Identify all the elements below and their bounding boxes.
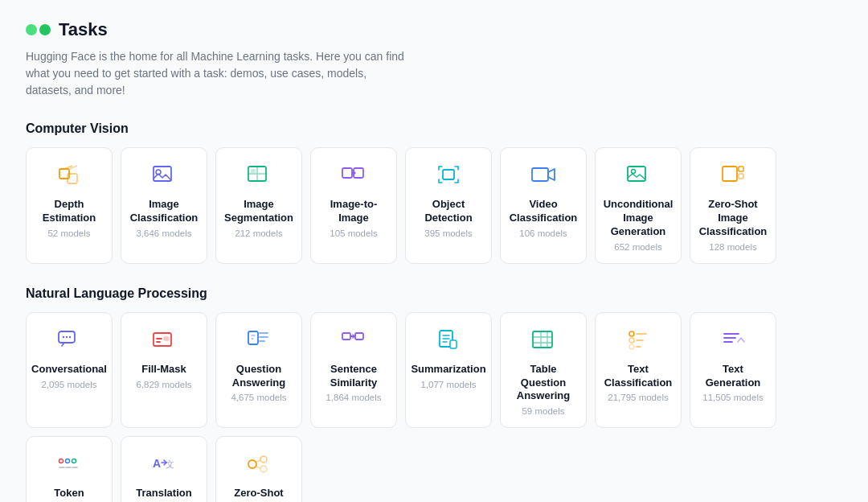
cards-grid-nlp: Conversational2,095 models Fill-Mask6,82… — [26, 312, 842, 502]
svg-rect-11 — [532, 168, 548, 181]
text-generation-count: 11,505 models — [702, 393, 763, 402]
svg-point-32 — [59, 459, 63, 463]
depth-estimation-icon — [55, 161, 84, 190]
page-title: Tasks — [59, 19, 108, 40]
svg-point-37 — [248, 460, 256, 468]
svg-rect-10 — [443, 170, 454, 179]
table-qa-count: 59 models — [522, 406, 564, 416]
image-to-image-icon — [339, 161, 368, 190]
sections-container: Computer Vision Depth Estimation52 model… — [26, 121, 842, 502]
token-classification-icon — [55, 450, 84, 479]
card-fill-mask[interactable]: Fill-Mask6,829 models — [121, 312, 207, 429]
card-image-classification[interactable]: Image Classification3,646 models — [121, 147, 207, 264]
fill-mask-count: 6,829 models — [136, 380, 191, 389]
depth-estimation-label: Depth Estimation — [35, 198, 104, 225]
card-image-segmentation[interactable]: Image Segmentation212 models — [215, 147, 302, 264]
section-computer-vision: Computer Vision Depth Estimation52 model… — [26, 121, 842, 264]
svg-rect-7 — [251, 169, 256, 173]
card-unconditional-image-gen[interactable]: Unconditional Image Generation652 models — [595, 147, 682, 264]
card-depth-estimation[interactable]: Depth Estimation52 models — [26, 147, 113, 264]
video-classification-count: 106 models — [519, 228, 567, 238]
image-segmentation-label: Image Segmentation — [224, 198, 293, 225]
cards-grid-computer-vision: Depth Estimation52 models Image Classifi… — [26, 147, 842, 264]
card-text-generation[interactable]: Text Generation11,505 models — [690, 312, 776, 429]
svg-point-34 — [72, 459, 76, 463]
object-detection-icon — [434, 161, 463, 190]
svg-point-18 — [63, 335, 64, 337]
card-table-qa[interactable]: Table Question Answering59 models — [500, 312, 587, 429]
svg-point-38 — [260, 456, 267, 463]
conversational-label: Conversational — [31, 363, 107, 376]
image-classification-label: Image Classification — [129, 198, 199, 225]
svg-point-19 — [66, 335, 68, 337]
image-classification-icon — [149, 161, 178, 190]
svg-point-20 — [69, 335, 71, 337]
fill-mask-icon — [149, 326, 178, 355]
question-answering-icon — [244, 326, 273, 355]
card-token-classification[interactable]: Token Classification8,688 models — [26, 436, 113, 502]
svg-point-30 — [629, 338, 634, 343]
svg-text:文: 文 — [166, 459, 174, 469]
zero-shot-image-class-icon — [719, 161, 747, 190]
object-detection-count: 395 models — [424, 228, 472, 238]
summarization-count: 1,077 models — [420, 380, 476, 389]
svg-rect-27 — [450, 340, 457, 348]
translation-icon: A 文 — [149, 450, 178, 479]
zero-shot-image-class-count: 128 models — [709, 242, 756, 252]
section-title-computer-vision: Computer Vision — [26, 121, 842, 136]
svg-rect-24 — [342, 333, 350, 339]
image-classification-count: 3,646 models — [136, 228, 191, 238]
sentence-similarity-count: 1,864 models — [326, 393, 381, 402]
question-answering-count: 4,675 models — [231, 393, 286, 402]
card-zero-shot-class[interactable]: Zero-Shot Classification123 models — [215, 436, 302, 502]
text-generation-icon — [719, 326, 747, 355]
depth-estimation-count: 52 models — [47, 228, 90, 238]
card-conversational[interactable]: Conversational2,095 models — [26, 312, 113, 429]
token-classification-label: Token Classification — [35, 487, 104, 502]
question-answering-label: Question Answering — [224, 363, 293, 390]
card-zero-shot-image-class[interactable]: Zero-Shot Image Classification128 models — [690, 147, 776, 264]
svg-point-39 — [260, 466, 267, 472]
table-qa-label: Table Question Answering — [509, 363, 578, 404]
card-question-answering[interactable]: Question Answering4,675 models — [215, 312, 302, 429]
svg-point-29 — [629, 331, 634, 336]
card-video-classification[interactable]: Video Classification106 models — [500, 147, 587, 264]
object-detection-label: Object Detection — [414, 198, 483, 225]
sentence-similarity-label: Sentence Similarity — [319, 363, 388, 390]
unconditional-image-gen-count: 652 models — [614, 242, 661, 252]
dot-right — [39, 24, 51, 35]
svg-point-33 — [66, 459, 70, 463]
card-image-to-image[interactable]: Image-to-Image105 models — [310, 147, 397, 264]
svg-rect-23 — [248, 331, 258, 344]
svg-point-13 — [632, 170, 636, 174]
card-object-detection[interactable]: Object Detection395 models — [405, 147, 492, 264]
svg-rect-25 — [355, 333, 363, 339]
conversational-count: 2,095 models — [41, 380, 96, 389]
svg-rect-14 — [723, 167, 737, 181]
text-classification-label: Text Classification — [604, 363, 673, 390]
image-segmentation-icon — [244, 161, 273, 190]
fill-mask-label: Fill-Mask — [141, 363, 186, 376]
image-to-image-label: Image-to-Image — [319, 198, 388, 225]
zero-shot-class-icon — [244, 450, 273, 479]
section-title-nlp: Natural Language Processing — [26, 286, 842, 301]
text-classification-count: 21,795 models — [608, 393, 668, 402]
svg-rect-12 — [628, 167, 645, 181]
zero-shot-class-label: Zero-Shot Classification — [224, 487, 293, 502]
sentence-similarity-icon — [339, 326, 368, 355]
card-sentence-similarity[interactable]: Sentence Similarity1,864 models — [310, 312, 397, 429]
translation-label: Translation — [136, 487, 191, 500]
card-text-classification[interactable]: Text Classification21,795 models — [595, 312, 682, 429]
image-segmentation-count: 212 models — [235, 228, 282, 238]
svg-rect-22 — [164, 337, 169, 340]
logo-dots — [26, 24, 51, 35]
dot-left — [26, 24, 37, 35]
page-header: Tasks — [26, 19, 842, 40]
card-translation[interactable]: A 文 Translation2,070 models — [121, 436, 207, 502]
summarization-label: Summarization — [411, 363, 485, 376]
svg-text:A: A — [153, 457, 161, 470]
image-to-image-count: 105 models — [330, 228, 377, 238]
unconditional-image-gen-label: Unconditional Image Generation — [604, 198, 674, 239]
card-summarization[interactable]: Summarization1,077 models — [405, 312, 492, 429]
video-classification-icon — [529, 161, 558, 190]
